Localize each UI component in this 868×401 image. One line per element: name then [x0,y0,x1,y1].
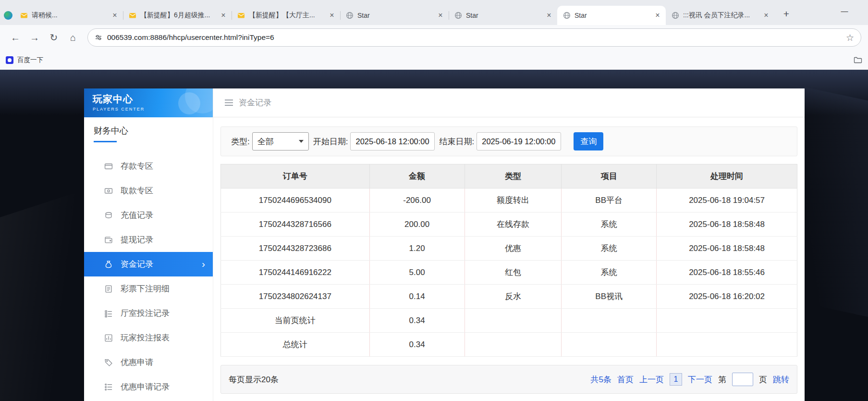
sidebar-item-label: 厅室投注记录 [121,308,170,319]
next-page-link[interactable]: 下一页 [688,374,712,385]
search-button[interactable]: 查询 [574,132,603,150]
folder-icon[interactable] [854,56,862,64]
jump-button[interactable]: 跳转 [773,374,789,385]
close-icon[interactable]: × [436,11,445,20]
cell-order-id: 1750234802624137 [221,285,370,309]
home-icon[interactable]: ⌂ [64,29,82,46]
current-page-badge[interactable]: 1 [670,373,682,386]
tab-title: 请稍候... [32,11,107,20]
cell-order-id: 1750244328723686 [221,237,370,261]
mail-icon [20,12,28,19]
type-label: 类型: [231,136,250,147]
browser-tab[interactable]: Star × [449,6,557,25]
address-bar[interactable]: 006539.com:8886/hhcp/usercenter.html?ini… [87,28,861,47]
chevron-right-icon: › [202,258,205,270]
table-header-row: 订单号 金额 类型 项目 处理时间 [221,164,797,188]
sidebar-item-player-bet-report[interactable]: 玩家投注报表 [84,326,213,350]
sidebar-item-label: 提现记录 [121,234,153,245]
funds-table-wrap: 订单号 金额 类型 项目 处理时间 1750244696534090 -206.… [220,164,797,357]
cell-time: 2025-06-18 18:58:48 [657,237,797,261]
col-order-id: 订单号 [221,164,370,188]
sidebar-item-deposit-zone[interactable]: 存款专区 [84,154,213,178]
sidebar-item-promo-apply-records[interactable]: 优惠申请记录 [84,375,213,399]
bar-chart-icon [104,334,113,342]
window-minimize-button[interactable]: — [837,7,852,15]
cell-time: 2025-06-18 16:20:02 [657,285,797,309]
sidebar-item-promo-apply[interactable]: 优惠申请 [84,350,213,375]
close-icon[interactable]: × [762,11,770,20]
sidebar-item-lottery-bet-details[interactable]: 彩票下注明细 [84,276,213,301]
sidebar-item-withdrawal-records[interactable]: 提现记录 [84,227,213,252]
sidebar-item-withdraw-zone[interactable]: 取款专区 [84,178,213,203]
close-icon[interactable]: × [328,11,336,20]
browser-tab[interactable]: 请稍候... × [14,6,123,25]
sidebar-item-recharge-records[interactable]: 充值记录 [84,203,213,227]
list-grid-icon [104,309,113,318]
start-date-label: 开始日期: [313,136,348,147]
menu-icon [225,100,233,106]
forward-icon[interactable]: → [26,29,43,46]
tab-title: :::视讯 会员下注纪录... [683,11,758,20]
back-icon[interactable]: ← [7,29,24,46]
end-date-label: 结束日期: [439,136,474,147]
start-date-input[interactable] [350,132,435,150]
site-info-icon[interactable] [95,34,102,41]
cell-amount: -206.00 [369,188,465,213]
filter-bar: 类型: 全部 开始日期: 结束日期: 查询 [220,126,797,156]
type-select-value: 全部 [257,136,274,147]
bank-card-icon [104,162,113,171]
cell-project: 系统 [562,213,657,237]
sidebar-item-funds-records[interactable]: 资金记录 › [84,252,213,276]
browser-tab[interactable]: :::视讯 会员下注纪录... × [666,6,774,25]
wallet-icon [104,236,113,244]
cell-type: 额度转出 [465,188,562,213]
cell-empty [562,309,657,333]
cell-amount: 0.34 [369,309,465,333]
close-icon[interactable]: × [545,11,553,20]
col-type: 类型 [465,164,562,188]
globe-icon [563,12,571,19]
main-content: 资金记录 类型: 全部 开始日期: 结束日期: 查询 [213,88,805,401]
banknote-icon [104,187,113,195]
bookmark-item[interactable]: 百度一下 [6,56,43,64]
end-date-input[interactable] [477,132,561,150]
browser-tab[interactable]: Star × [340,6,449,25]
players-center-title: 玩家中心 [93,93,213,106]
cell-order-id: 1750244146916222 [221,261,370,285]
col-amount: 金额 [369,164,465,188]
cell-empty [562,333,657,357]
bookmark-star-icon[interactable]: ☆ [842,32,858,43]
tab-title: 【新提醒】6月超级推... [140,11,215,20]
type-select[interactable]: 全部 [252,132,309,150]
table-row: 1750244328716566 200.00 在线存款 系统 2025-06-… [221,213,797,237]
close-icon[interactable]: × [110,11,119,20]
funds-table: 订单号 金额 类型 项目 处理时间 1750244696534090 -206.… [220,164,797,357]
new-tab-button[interactable]: + [779,7,794,21]
cell-amount: 0.34 [369,333,465,357]
bullet-list-icon [104,383,113,391]
browser-tab[interactable]: 【新提醒】6月超级推... × [123,6,232,25]
players-center-subtitle: PLAYERS CENTER [93,107,213,112]
close-icon[interactable]: × [219,11,228,20]
url-text[interactable]: 006539.com:8886/hhcp/usercenter.html?ini… [107,33,837,42]
refresh-icon[interactable]: ↻ [45,29,62,46]
browser-tab[interactable]: 【新提醒】【大厅主... × [232,6,340,25]
cell-type: 红包 [465,261,562,285]
per-page-text: 每页显示20条 [229,374,279,385]
browser-toolbar: ← → ↻ ⌂ 006539.com:8886/hhcp/usercenter.… [0,25,868,50]
close-icon[interactable]: × [653,11,662,20]
user-center-panel: 玩家中心 PLAYERS CENTER 财务中心 存款专区 取款专区 [84,88,805,401]
first-page-link[interactable]: 首页 [617,374,634,385]
sidebar-item-hall-bet-records[interactable]: 厅室投注记录 [84,301,213,326]
cell-time: 2025-06-18 18:58:48 [657,213,797,237]
table-row-page-total: 当前页统计 0.34 [221,309,797,333]
globe-icon [346,12,354,19]
mail-icon [129,12,136,19]
prev-page-link[interactable]: 上一页 [639,374,664,385]
table-row-grand-total: 总统计 0.34 [221,333,797,357]
total-count: 共5条 [591,374,611,385]
bookmarks-bar: 百度一下 [0,50,868,70]
browser-tab-active[interactable]: Star × [557,6,666,25]
page-jump-input[interactable] [732,373,753,386]
cell-amount: 1.20 [369,237,465,261]
